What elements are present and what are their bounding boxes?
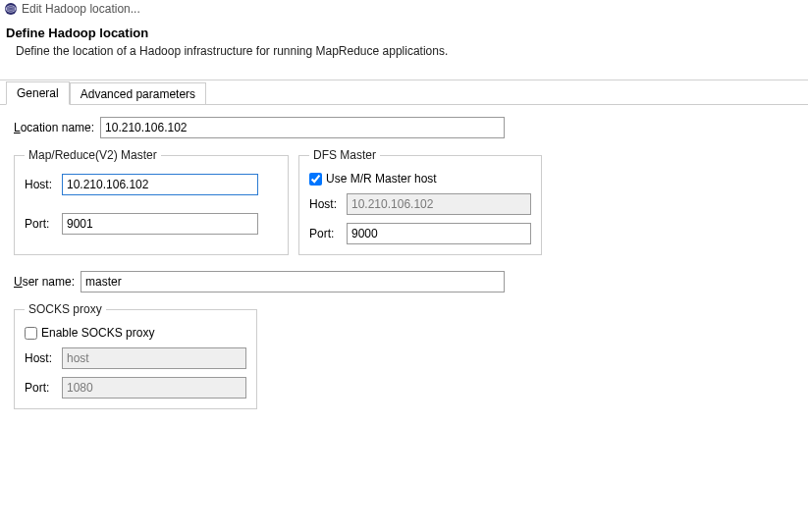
eclipse-icon	[4, 2, 18, 16]
location-name-input[interactable]	[100, 117, 505, 138]
mr-host-input[interactable]	[62, 174, 258, 195]
dfs-host-label: Host:	[309, 197, 341, 211]
user-name-input[interactable]	[81, 271, 505, 293]
socks-port-row: Port:	[25, 377, 246, 399]
page-title: Define Hadoop location	[6, 26, 808, 40]
tab-general[interactable]: General	[6, 81, 70, 105]
dfs-use-mr-checkbox[interactable]	[309, 173, 322, 186]
svg-point-0	[5, 3, 17, 15]
socks-enable-row: Enable SOCKS proxy	[25, 326, 246, 340]
dialog-header: Define Hadoop location Define the locati…	[0, 18, 808, 68]
socks-proxy-group: SOCKS proxy Enable SOCKS proxy Host: Por…	[14, 302, 257, 409]
dfs-use-mr-label: Use M/R Master host	[326, 172, 437, 186]
mr-port-label: Port:	[25, 217, 56, 231]
mr-host-label: Host:	[25, 178, 56, 191]
socks-port-input	[62, 377, 246, 399]
title-bar: Edit Hadoop location...	[0, 0, 808, 18]
mr-host-row: Host:	[25, 174, 278, 195]
socks-enable-checkbox[interactable]	[25, 327, 37, 340]
location-name-row: Location name:	[14, 117, 798, 138]
dfs-port-row: Port:	[309, 223, 531, 244]
tab-container: General Advanced parameters Location nam…	[0, 80, 808, 429]
user-name-row: User name:	[14, 271, 798, 293]
page-subtitle: Define the location of a Hadoop infrastr…	[6, 44, 808, 58]
socks-host-label: Host:	[25, 351, 56, 365]
socks-host-input	[62, 347, 246, 369]
window-title: Edit Hadoop location...	[22, 2, 140, 16]
tab-panel-general: Location name: Map/Reduce(V2) Master Hos…	[0, 104, 808, 429]
map-reduce-master-legend: Map/Reduce(V2) Master	[25, 148, 161, 162]
dfs-port-label: Port:	[309, 227, 341, 240]
master-groups-row: Map/Reduce(V2) Master Host: Port: DFS Ma…	[14, 148, 798, 255]
socks-host-row: Host:	[25, 347, 246, 369]
location-name-label: Location name:	[14, 121, 94, 134]
socks-proxy-legend: SOCKS proxy	[25, 302, 106, 316]
socks-port-label: Port:	[25, 381, 56, 395]
dfs-host-input	[347, 193, 531, 215]
dfs-port-input[interactable]	[347, 223, 531, 244]
user-name-label: User name:	[14, 275, 75, 289]
dfs-master-group: DFS Master Use M/R Master host Host: Por…	[298, 148, 542, 255]
socks-enable-label: Enable SOCKS proxy	[41, 326, 154, 340]
tab-advanced-parameters[interactable]: Advanced parameters	[70, 82, 206, 105]
dfs-host-row: Host:	[309, 193, 531, 215]
map-reduce-master-group: Map/Reduce(V2) Master Host: Port:	[14, 148, 289, 255]
dfs-master-legend: DFS Master	[309, 148, 380, 162]
tab-strip: General Advanced parameters	[0, 80, 808, 104]
mr-port-row: Port:	[25, 213, 278, 235]
mr-port-input[interactable]	[62, 213, 258, 235]
dfs-use-mr-row: Use M/R Master host	[309, 172, 531, 186]
